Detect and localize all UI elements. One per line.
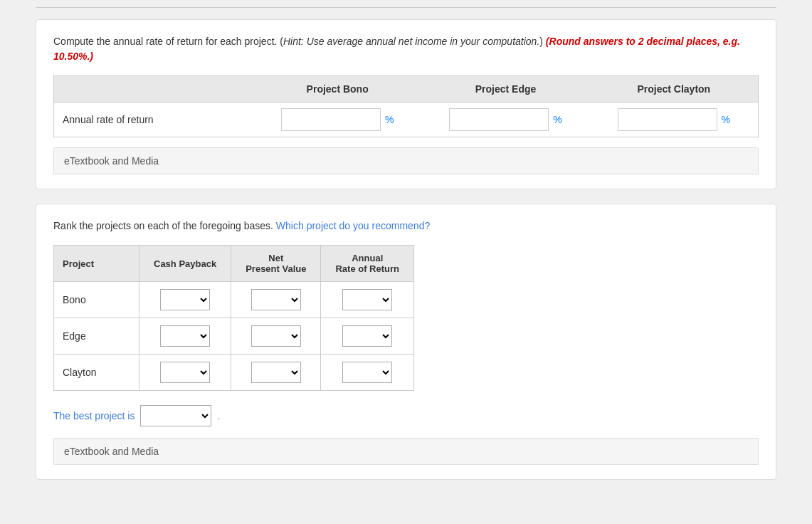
rank-row-edge: Edge 1 2 3 1 2 (54, 318, 414, 355)
rank-clayton-name: Clayton (54, 355, 139, 391)
edge-npv-select[interactable]: 1 2 3 (251, 325, 301, 347)
clayton-pct-symbol: % (722, 114, 730, 125)
edge-rate-input[interactable] (449, 108, 549, 131)
etextbook-label-2: eTextbook and Media (64, 446, 159, 457)
best-project-label: The best project is (53, 410, 135, 421)
best-project-row: The best project is Bono Edge Clayton . (53, 405, 759, 426)
bono-arr-select[interactable]: 1 2 3 (342, 289, 392, 310)
rank-clayton-npv: 1 2 3 (231, 355, 321, 391)
rank-bono-cash-payback: 1 2 3 (139, 282, 231, 318)
hint-text: Hint: Use average annual net income in y… (283, 36, 539, 47)
rate-table-header: Project Bono Project Edge Project Clayto… (53, 75, 759, 103)
rank-bono-arr: 1 2 3 (321, 282, 414, 318)
rank-bono-npv: 1 2 3 (231, 282, 321, 318)
rank-instructions-part1: Rank the projects on each of the foregoi… (53, 220, 273, 231)
clayton-rate-input[interactable] (618, 108, 717, 131)
etextbook-label-1: eTextbook and Media (64, 155, 159, 167)
rank-edge-name: Edge (54, 318, 139, 355)
rank-table-header-row: Project Cash Payback NetPresent Value An… (54, 246, 414, 282)
rate-table-data-row: Annual rate of return % % % (53, 103, 759, 137)
clayton-arr-select[interactable]: 1 2 3 (342, 362, 392, 383)
edge-cash-payback-select[interactable]: 1 2 3 (160, 325, 210, 347)
instructions-text: Compute the annual rate of return for ea… (53, 34, 759, 64)
section2-card: Rank the projects on each of the foregoi… (36, 204, 776, 480)
th-net-present-value: NetPresent Value (231, 246, 321, 282)
etextbook-bar-2: eTextbook and Media (53, 438, 759, 465)
bono-cash-payback-select[interactable]: 1 2 3 (160, 289, 210, 310)
rank-edge-cash-payback: 1 2 3 (139, 318, 231, 355)
th-net-label: NetPresent Value (246, 253, 306, 274)
best-project-period: . (217, 410, 220, 421)
instructions-normal: Compute the annual rate of return for ea… (53, 36, 283, 47)
edge-input-cell: % (421, 103, 589, 137)
clayton-input-cell: % (590, 103, 758, 137)
bono-rate-input[interactable] (281, 108, 381, 131)
section1-card: Compute the annual rate of return for ea… (36, 19, 776, 189)
col-header-edge: Project Edge (421, 76, 589, 102)
th-annual-rate: AnnualRate of Return (321, 246, 414, 282)
col-header-clayton: Project Clayton (590, 76, 758, 102)
rank-instructions-text: Rank the projects on each of the foregoi… (53, 219, 759, 234)
annual-rate-label: Annual rate of return (54, 105, 253, 134)
rank-table: Project Cash Payback NetPresent Value An… (53, 245, 414, 391)
th-project: Project (54, 246, 139, 282)
edge-arr-select[interactable]: 1 2 3 (342, 325, 392, 347)
rank-clayton-cash-payback: 1 2 3 (139, 355, 231, 391)
best-project-select[interactable]: Bono Edge Clayton (140, 405, 211, 426)
clayton-npv-select[interactable]: 1 2 3 (251, 362, 301, 383)
clayton-cash-payback-select[interactable]: 1 2 3 (160, 362, 210, 383)
rank-bono-name: Bono (54, 282, 139, 318)
rank-edge-arr: 1 2 3 (321, 318, 414, 355)
bono-pct-symbol: % (385, 114, 394, 125)
bono-input-cell: % (253, 103, 421, 137)
col-header-bono: Project Bono (253, 76, 421, 102)
edge-pct-symbol: % (553, 114, 561, 125)
th-cash-payback: Cash Payback (139, 246, 231, 282)
rank-row-bono: Bono 1 2 3 1 2 (54, 282, 414, 318)
rank-edge-npv: 1 2 3 (231, 318, 321, 355)
col-header-empty (54, 76, 253, 102)
etextbook-bar-1: eTextbook and Media (53, 147, 759, 174)
th-annual-label: AnnualRate of Return (335, 253, 399, 274)
rank-row-clayton: Clayton 1 2 3 1 2 (54, 355, 414, 391)
rank-clayton-arr: 1 2 3 (321, 355, 414, 391)
rank-instructions-part2: Which project do you recommend? (273, 220, 430, 231)
bono-npv-select[interactable]: 1 2 3 (251, 289, 301, 310)
